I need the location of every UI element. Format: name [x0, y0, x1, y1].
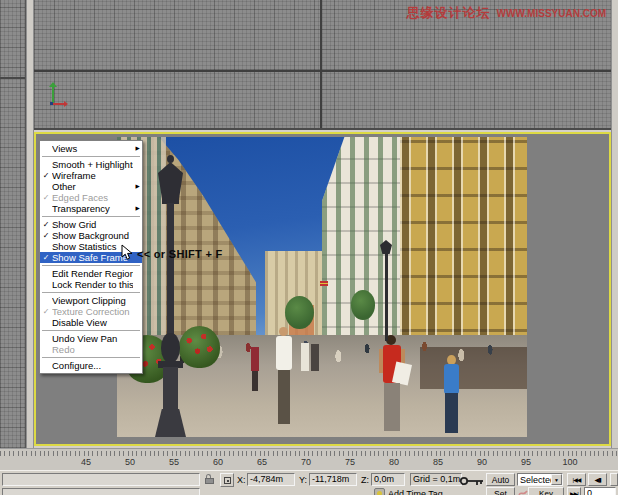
- photo-tree: [351, 290, 376, 320]
- menu-item-show-background[interactable]: ✓Show Background: [40, 230, 142, 241]
- status-line: [2, 488, 200, 495]
- menu-item-label: Views: [52, 143, 133, 154]
- menu-item-texture-correction: ✓Texture Correction: [40, 306, 142, 317]
- menu-item-spacer: [133, 159, 142, 170]
- absolute-mode-button[interactable]: [220, 473, 234, 487]
- selection-set-dropdown[interactable]: Selected ▼: [517, 473, 563, 486]
- z-label: Z:: [361, 475, 369, 485]
- timeline-ruler[interactable]: 4550556065707580859095100: [0, 448, 618, 470]
- key-filter-icon: [518, 488, 528, 495]
- viewport-edge: [34, 128, 611, 130]
- checkmark-icon: ✓: [40, 219, 52, 230]
- menu-item-spacer: [133, 192, 142, 203]
- play-button[interactable]: [610, 473, 618, 486]
- menu-item-viewport-clipping[interactable]: Viewport Clipping: [40, 295, 142, 306]
- x-label: X:: [237, 475, 246, 485]
- viewport-splitter-left[interactable]: [26, 0, 34, 448]
- menu-item-redo: Redo: [40, 344, 142, 355]
- menu-item-spacer: [133, 344, 142, 355]
- menu-item-label: Configure...: [52, 360, 133, 371]
- menu-item-lock-render-to-this-view[interactable]: Lock Render to this View: [40, 279, 142, 290]
- viewport-background-photo: [117, 137, 527, 437]
- menu-item-label: Viewport Clipping: [52, 295, 133, 306]
- y-label: Y:: [299, 475, 307, 485]
- axis-tripod-icon: [44, 84, 66, 110]
- menu-item-show-grid[interactable]: ✓Show Grid: [40, 219, 142, 230]
- menu-separator: [42, 265, 140, 266]
- current-frame-field[interactable]: 0: [584, 487, 616, 495]
- menu-separator: [42, 292, 140, 293]
- viewport-left-strip[interactable]: [0, 0, 26, 448]
- checkmark-icon: [40, 344, 52, 355]
- photo-pedestrian: [301, 343, 309, 371]
- photo-woman-red-dress: [249, 347, 261, 393]
- ruler-frame-label: 90: [477, 457, 487, 467]
- checkmark-icon: [40, 333, 52, 344]
- menu-item-wireframe[interactable]: ✓Wireframe: [40, 170, 142, 181]
- menu-item-spacer: [133, 317, 142, 328]
- menu-item-label: Texture Correction: [52, 306, 133, 317]
- menu-separator: [42, 156, 140, 157]
- menu-item-disable-view[interactable]: Disable View: [40, 317, 142, 328]
- menu-item-spacer: [133, 306, 142, 317]
- menu-item-edged-faces: ✓Edged Faces: [40, 192, 142, 203]
- menu-item-other[interactable]: Other▶: [40, 181, 142, 192]
- menu-item-views[interactable]: Views▶: [40, 143, 142, 154]
- checkmark-icon: ✓: [40, 306, 52, 317]
- menu-item-configure[interactable]: Configure...: [40, 360, 142, 371]
- go-to-end-button[interactable]: ▶▶|: [567, 487, 581, 495]
- menu-item-smooth-highlights[interactable]: Smooth + Highlights: [40, 159, 142, 170]
- previous-frame-button[interactable]: ◀▮: [588, 473, 607, 486]
- shortcut-annotation: << or SHIFT + F: [137, 248, 223, 260]
- menu-separator: [42, 357, 140, 358]
- watermark-cn-text: 思缘设计论坛: [407, 5, 491, 20]
- add-time-tag[interactable]: Add Time Tag: [388, 489, 443, 495]
- photo-flag: [320, 281, 328, 286]
- photo-man-red-shirt: [373, 335, 413, 437]
- time-tag-icon: [374, 488, 385, 495]
- grid-axis-vertical: [320, 0, 322, 130]
- go-to-start-button[interactable]: |◀◀: [567, 473, 586, 486]
- menu-separator: [42, 330, 140, 331]
- status-bar: X: -4,784m Y: -11,718m Z: 0,0m Grid = 0,…: [0, 470, 618, 495]
- menu-item-label: Transparency: [52, 203, 133, 214]
- ruler-frame-label: 55: [169, 457, 179, 467]
- menu-item-spacer: [133, 230, 142, 241]
- menu-item-label: Show Background: [52, 230, 133, 241]
- photo-woman-blue-top: [439, 355, 465, 437]
- menu-item-label: Redo: [52, 344, 133, 355]
- menu-item-label: Disable View: [52, 317, 133, 328]
- checkmark-icon: [40, 268, 52, 279]
- menu-item-transparency[interactable]: Transparency▶: [40, 203, 142, 214]
- menu-item-edit-render-region[interactable]: Edit Render Region: [40, 268, 142, 279]
- photo-tree: [285, 296, 314, 329]
- set-key-button[interactable]: Set Key: [486, 487, 515, 495]
- x-coordinate-field[interactable]: -4,784m: [247, 473, 295, 486]
- set-keys-key-icon[interactable]: [459, 473, 485, 490]
- viewport-splitter-right[interactable]: [611, 0, 618, 448]
- y-coordinate-field[interactable]: -11,718m: [309, 473, 357, 486]
- grid-major-line: [0, 77, 26, 79]
- menu-item-spacer: [133, 279, 142, 290]
- mouse-cursor: [121, 244, 134, 261]
- dropdown-arrow-icon[interactable]: ▼: [551, 474, 562, 485]
- grid-setting-readout: Grid = 0,1m: [410, 473, 462, 486]
- prompt-line: [2, 473, 200, 486]
- checkmark-icon: [40, 360, 52, 371]
- key-filters-button[interactable]: Key Filters...: [528, 487, 564, 495]
- menu-item-spacer: [133, 360, 142, 371]
- ruler-frame-label: 45: [81, 457, 91, 467]
- ruler-frame-label: 60: [213, 457, 223, 467]
- watermark: 思缘设计论坛WWW.MISSYUAN.COM: [407, 3, 606, 22]
- menu-item-label: Lock Render to this View: [52, 279, 133, 290]
- menu-item-label: Other: [52, 181, 133, 192]
- checkmark-icon: [40, 203, 52, 214]
- selection-lock-icon[interactable]: [205, 474, 214, 485]
- auto-key-button[interactable]: Auto Key: [486, 473, 515, 486]
- menu-item-undo-view-pan[interactable]: Undo View Pan: [40, 333, 142, 344]
- checkmark-icon: [40, 279, 52, 290]
- z-coordinate-field[interactable]: 0,0m: [371, 473, 405, 486]
- ruler-frame-label: 65: [257, 457, 267, 467]
- menu-item-label: Undo View Pan: [52, 333, 133, 344]
- ruler-frame-label: 70: [301, 457, 311, 467]
